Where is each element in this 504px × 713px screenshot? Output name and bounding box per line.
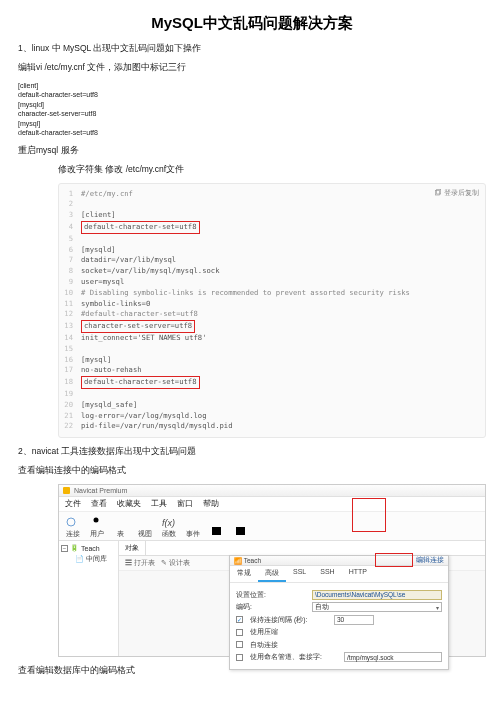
menu-item[interactable]: 收藏夹 [117,499,141,509]
compress-label: 使用压缩 [250,627,278,637]
compress-checkbox[interactable] [236,629,243,636]
autoconnect-label: 自动连接 [250,640,278,650]
encoding-select[interactable]: 自动▾ [312,602,442,612]
step2-heading: 2、navicat 工具连接数据库出现中文乱码问题 [18,446,486,458]
toolbar-视图[interactable]: 视图 [137,515,152,539]
socket-label: 使用命名管道、套接字: [250,652,340,662]
navicat-screenshot: Navicat Premium 文件查看收藏夹工具窗口帮助 连接用户表视图f(x… [58,484,486,657]
connection-tree[interactable]: −🔋Teach 📄中间库 [59,541,119,656]
svg-point-11 [187,517,197,527]
step2-instruction: 查看编辑连接中的编码格式 [18,465,486,477]
copy-icon [434,189,442,197]
connection-properties-dialog: 📶 Teach 编辑连接 常规高级SSLSSHHTTP 设置位置:\Docume… [229,555,449,670]
menu-item[interactable]: 帮助 [203,499,219,509]
toolbar-用户[interactable]: 用户 [89,515,104,539]
socket-checkbox[interactable] [236,654,243,661]
dialog-tab-高级[interactable]: 高级 [258,566,286,582]
dialog-tabs[interactable]: 常规高级SSLSSHHTTP [230,566,448,583]
tree-leaf[interactable]: 中间库 [86,554,107,564]
step1-subnote: 修改字符集 修改 /etc/my.cnf文件 [58,164,486,176]
toolbar-函数[interactable]: f(x)函数 [161,515,176,539]
tree-root[interactable]: Teach [81,545,100,552]
svg-point-2 [67,518,75,526]
toolbar-表[interactable]: 表 [113,515,128,539]
navicat-menubar[interactable]: 文件查看收藏夹工具窗口帮助 [59,497,485,512]
toolbar-extra[interactable] [209,524,224,539]
location-input[interactable]: \Documents\Navicat\MySQL\se [312,590,442,600]
toolbar-事件[interactable]: 事件 [185,515,200,539]
mycnf-code-block: 登录后复制 1#/etc/my.cnf2 3[client]4default-c… [58,183,486,439]
design-table-btn[interactable]: ✎ 设计表 [161,558,190,568]
toolbar-extra[interactable] [233,524,248,539]
menu-item[interactable]: 查看 [91,499,107,509]
autoconnect-checkbox[interactable] [236,641,243,648]
toolbar-连接[interactable]: 连接 [65,515,80,539]
dialog-tab-SSH[interactable]: SSH [313,566,341,582]
svg-rect-5 [115,517,126,527]
edit-connection-label[interactable]: 编辑连接 [416,556,444,565]
location-label: 设置位置: [236,590,308,600]
svg-rect-14 [212,527,221,535]
navicat-logo-icon [63,487,70,494]
navicat-toolbar: 连接用户表视图f(x)函数事件 [59,512,485,541]
page-title: MySQL中文乱码问题解决方案 [18,14,486,33]
navicat-app-name: Navicat Premium [74,487,127,494]
menu-item[interactable]: 工具 [151,499,167,509]
copy-button[interactable]: 登录后复制 [434,188,479,198]
svg-point-4 [94,518,99,523]
step1-instruction: 编辑vi /etc/my.cnf 文件，添加图中标记三行 [18,62,486,74]
encoding-label: 编码: [236,602,308,612]
navicat-titlebar: Navicat Premium [59,485,485,497]
plain-config-block: [client]default-character-set=utf8[mysql… [18,81,486,138]
keepalive-label: 保持连接间隔 (秒): [250,615,330,625]
dialog-tab-常规[interactable]: 常规 [230,566,258,582]
restart-note: 重启mysql 服务 [18,145,486,157]
socket-input[interactable]: /tmp/mysql.sock [344,652,442,662]
copy-label: 登录后复制 [444,188,479,198]
keepalive-checkbox[interactable]: ✓ [236,616,243,623]
object-tab[interactable]: 对象 [119,541,146,555]
keepalive-input[interactable]: 30 [334,615,374,625]
dialog-title-highlight [375,553,413,567]
menu-item[interactable]: 窗口 [177,499,193,509]
menu-item[interactable]: 文件 [65,499,81,509]
step1-heading: 1、linux 中 MySQL 出现中文乱码问题如下操作 [18,43,486,55]
svg-text:f(x): f(x) [162,518,175,528]
dialog-tab-HTTP[interactable]: HTTP [342,566,374,582]
dialog-tab-SSL[interactable]: SSL [286,566,313,582]
tree-collapse-icon[interactable]: − [61,545,68,552]
svg-rect-15 [236,527,245,535]
svg-rect-8 [139,518,150,526]
open-table-btn[interactable]: ☰ 打开表 [125,558,155,568]
